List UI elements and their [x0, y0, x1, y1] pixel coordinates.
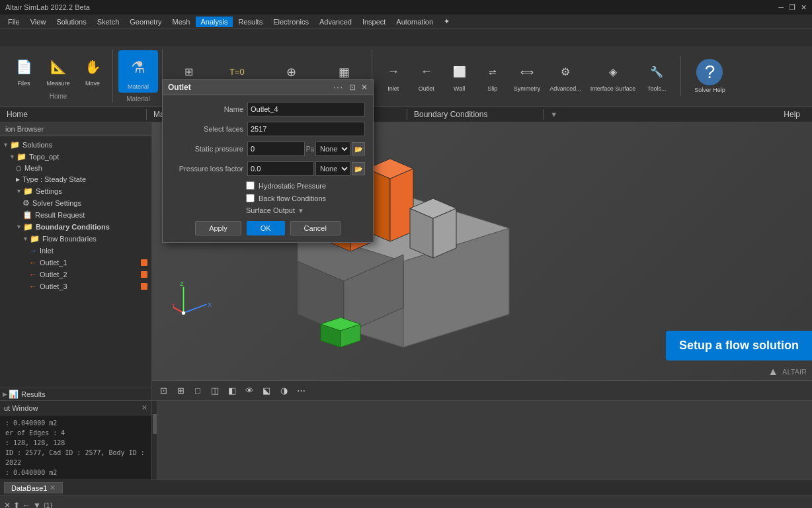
dialog-restore-icon[interactable]: ⊡ [349, 83, 356, 92]
select-faces-input[interactable] [247, 122, 365, 136]
menu-inspect[interactable]: Inspect [357, 17, 391, 27]
output-close-btn[interactable]: ✕ [142, 403, 147, 412]
database-tab[interactable]: DataBase1 ✕ [4, 482, 63, 493]
vp-shading-btn[interactable]: ◑ [276, 384, 291, 398]
vp-back-btn[interactable]: ◫ [208, 384, 222, 398]
vp-fit-btn[interactable]: ⊞ [173, 384, 188, 398]
pressure-loss-file-btn[interactable]: 📂 [352, 162, 365, 175]
menu-automation[interactable]: Automation [391, 17, 438, 27]
output-scroll-thumb[interactable] [153, 414, 157, 434]
wall-button[interactable]: ⬜ Wall [444, 58, 475, 95]
out-line-7: er of Edges : 4 [5, 478, 146, 480]
ok-button[interactable]: OK [247, 221, 285, 235]
vp-section-btn[interactable]: ◧ [225, 384, 239, 398]
tree-solutions[interactable]: ▼ 📁 Solutions [0, 139, 151, 151]
menu-results[interactable]: Results [233, 17, 268, 27]
tools-button[interactable]: 🔧 Tools... [641, 58, 672, 95]
maximize-btn[interactable]: ❐ [789, 3, 795, 12]
menu-file[interactable]: File [3, 17, 25, 27]
files-button[interactable]: 📄 Files [8, 52, 40, 90]
tree-solver-settings[interactable]: ⚙ Solver Settings [0, 197, 151, 209]
vp-wireframe-btn[interactable]: ⬕ [259, 384, 274, 398]
tree-topo-opt[interactable]: ▼ 📁 Topo_opt [0, 151, 151, 163]
menu-analysis[interactable]: Analysis [196, 17, 233, 27]
advanced-button[interactable]: ⚙ Advanced... [546, 58, 585, 95]
close-btn[interactable]: ✕ [801, 3, 807, 12]
menu-geometry[interactable]: Geometry [124, 17, 167, 27]
outlet-button[interactable]: ← Outlet [411, 58, 442, 95]
hydrostatic-checkbox[interactable] [246, 181, 255, 190]
slip-button[interactable]: ⇌ Slip [477, 58, 508, 95]
out-line-2: er of Edges : 4 [5, 428, 146, 438]
material-button[interactable]: ⚗ Material [118, 50, 158, 93]
tree-expand-flow[interactable]: ▼ [22, 235, 28, 242]
output-scrollbar[interactable] [152, 401, 157, 480]
bc-dropdown-icon[interactable]: ▼ [550, 110, 557, 118]
db-up-icon[interactable]: ⬆ [13, 501, 20, 509]
hydrostatic-label[interactable]: Hydrostatic Pressure [259, 182, 326, 190]
menu-sketch[interactable]: Sketch [92, 17, 125, 27]
static-pressure-input[interactable] [247, 142, 305, 156]
vp-more-btn[interactable]: ⋯ [294, 384, 308, 398]
home-buttons: 📄 Files 📐 Measure ✋ Move [8, 52, 108, 90]
static-pressure-select[interactable]: None [315, 142, 350, 156]
cancel-button[interactable]: Cancel [290, 221, 341, 235]
output-content[interactable]: : 0.040000 m2 er of Edges : 4 : 128, 128… [0, 415, 151, 480]
menu-extra[interactable]: ✦ [438, 16, 455, 27]
static-pressure-file-btn[interactable]: 📂 [352, 142, 365, 155]
vp-render-btn[interactable]: 👁 [242, 384, 257, 398]
menu-electronics[interactable]: Electronics [268, 17, 314, 27]
inlet-button[interactable]: → Inlet [378, 58, 409, 95]
database-tab-label: DataBase1 [11, 484, 47, 492]
backflow-label[interactable]: Back flow Conditions [259, 194, 326, 202]
interface-surface-button[interactable]: ◈ Interface Surface [587, 58, 640, 95]
db-back-icon[interactable]: ← [22, 501, 30, 509]
menubar: File View Solutions Sketch Geometry Mesh… [0, 15, 812, 29]
symmetry-button[interactable]: ⟺ Symmetry [510, 58, 545, 95]
pressure-loss-select[interactable]: None [315, 161, 350, 176]
surface-output-arrow[interactable]: ▼ [298, 207, 304, 214]
name-input[interactable] [247, 102, 365, 116]
vp-frame-btn[interactable]: ⊡ [156, 384, 171, 398]
output-title: ut Window [4, 404, 38, 412]
cta-text: Setup a flow solution [679, 339, 799, 352]
tree-outlet-1[interactable]: ← Outlet_1 [0, 257, 151, 269]
database-bar: DataBase1 ✕ [0, 480, 812, 496]
apply-button[interactable]: Apply [195, 221, 241, 235]
db-close-icon[interactable]: ✕ [4, 501, 11, 509]
tree-expand-topo[interactable]: ▼ [9, 153, 15, 160]
tree-settings[interactable]: ▼ 📁 Settings [0, 185, 151, 197]
tree-results[interactable]: ▶ 📊 Results [0, 388, 151, 400]
tree-type[interactable]: ▸ Type : Steady State [0, 173, 151, 185]
window-controls[interactable]: ─ ❐ ✕ [778, 3, 807, 12]
tree-boundary-conditions[interactable]: ▼ 📁 Boundary Conditions [0, 221, 151, 233]
solver-help-button[interactable]: ? Solver Help [689, 56, 731, 96]
tree-mesh[interactable]: ⬡ Mesh [0, 163, 151, 173]
database-tab-close[interactable]: ✕ [50, 484, 56, 492]
surface-output-row[interactable]: Surface Output ▼ [246, 206, 365, 214]
menu-view[interactable]: View [25, 17, 52, 27]
menu-mesh[interactable]: Mesh [167, 17, 196, 27]
bc-buttons: → Inlet ← Outlet ⬜ Wall ⇌ Slip [378, 58, 673, 95]
topo-folder-icon: 📁 [17, 152, 26, 161]
menu-advanced[interactable]: Advanced [314, 17, 357, 27]
tree-expand-solutions[interactable]: ▼ [3, 142, 9, 148]
pressure-loss-input[interactable] [247, 161, 314, 176]
tree-outlet-2[interactable]: ← Outlet_2 [0, 269, 151, 280]
measure-button[interactable]: 📐 Measure [42, 52, 74, 90]
tree-outlet-3[interactable]: ← Outlet_3 [0, 280, 151, 292]
backflow-checkbox[interactable] [246, 194, 255, 202]
tree-flow-boundaries[interactable]: ▼ 📁 Flow Boundaries [0, 233, 151, 245]
tree-result-request[interactable]: 📋 Result Request [0, 209, 151, 221]
tree-expand-bc[interactable]: ▼ [16, 224, 22, 230]
tree-expand-settings[interactable]: ▼ [16, 188, 22, 194]
move-button[interactable]: ✋ Move [77, 52, 108, 90]
minimize-btn[interactable]: ─ [778, 3, 784, 12]
vp-front-btn[interactable]: □ [190, 384, 205, 398]
tree-inlet[interactable]: → Inlet [0, 245, 151, 257]
outlet2-tree-icon: ← [29, 270, 37, 279]
tree-expand-results[interactable]: ▶ [3, 391, 7, 398]
db-filter-icon[interactable]: ▼ [33, 501, 41, 509]
dialog-close-btn[interactable]: ✕ [361, 83, 368, 92]
menu-solutions[interactable]: Solutions [51, 17, 91, 27]
